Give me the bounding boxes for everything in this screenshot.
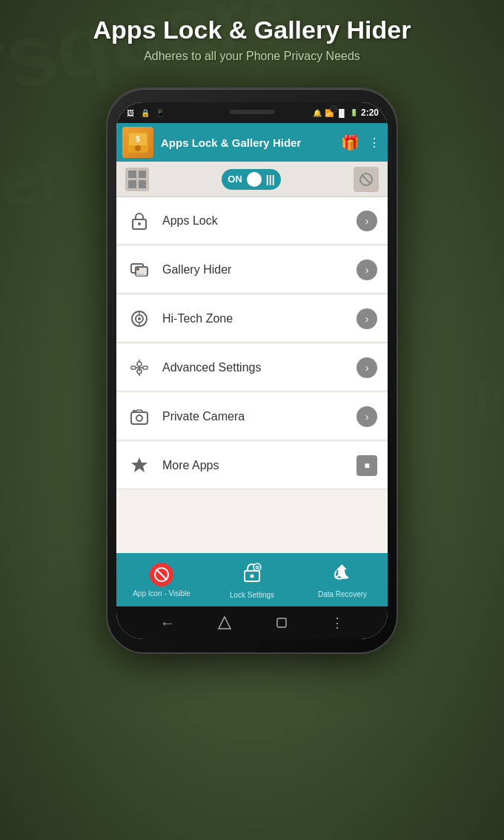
toggle-knob <box>247 172 262 187</box>
lock-settings-icon: ⚙ <box>241 561 263 588</box>
gallery-hider-chevron: › <box>357 259 377 280</box>
svg-rect-35 <box>277 618 286 627</box>
grid-cell-4 <box>139 180 147 188</box>
svg-point-10 <box>136 268 139 271</box>
grid-cell-1 <box>128 171 136 179</box>
home-button[interactable] <box>217 615 232 630</box>
phone-status-icon: 📱 <box>155 108 165 118</box>
svg-text:$: $ <box>136 135 140 143</box>
menu-item-more-apps[interactable]: More Apps ■ <box>116 442 388 489</box>
more-apps-chevron: ■ <box>357 455 377 476</box>
apps-lock-label: Apps Lock <box>162 214 357 228</box>
bottom-nav: App Icon - Visible ⚙ Lock Settings <box>116 553 388 606</box>
apps-lock-chevron: › <box>357 211 377 231</box>
advanced-settings-icon <box>127 355 152 380</box>
app-bar-actions: 🎁 ⋮ <box>341 133 382 151</box>
status-left-icons: 🖼 🔒 📱 <box>125 108 165 118</box>
recycle-icon <box>332 562 353 587</box>
recent-button[interactable] <box>275 616 288 629</box>
svg-point-19 <box>137 362 142 366</box>
signal-icon: ▐▌ <box>336 109 347 117</box>
no-entry-icon <box>150 563 173 586</box>
on-off-toggle[interactable]: ON ||| <box>222 169 280 190</box>
overflow-menu-icon[interactable]: ⋮ <box>368 136 382 150</box>
phone-device: 🖼 🔒 📱 🔔 📶 ▐▌ 🔋 2:20 <box>107 89 397 652</box>
hitech-zone-chevron: › <box>357 308 377 329</box>
gallery-hider-label: Gallery Hider <box>162 263 357 277</box>
app-bar-title: Apps Lock & Gallery Hider <box>161 136 341 149</box>
page-title: Apps Lock & Gallery Hider <box>0 15 504 45</box>
menu-item-private-camera[interactable]: Private Camera › <box>116 393 388 440</box>
gallery-hider-icon <box>127 257 152 282</box>
hitech-zone-label: Hi-Tech Zone <box>162 312 357 325</box>
toggle-bars: ||| <box>266 173 275 185</box>
menu-item-advanced-settings[interactable]: Advanced Settings › <box>116 344 388 391</box>
svg-rect-24 <box>131 412 147 424</box>
page-subtitle: Adheres to all your Phone Privacy Needs <box>0 50 504 63</box>
svg-point-31 <box>251 574 254 578</box>
svg-line-5 <box>362 175 371 184</box>
phone-screen: 🖼 🔒 📱 🔔 📶 ▐▌ 🔋 2:20 <box>116 102 388 639</box>
nav-item-lock-settings[interactable]: ⚙ Lock Settings <box>207 561 297 599</box>
svg-line-29 <box>156 569 167 580</box>
grid-cell-3 <box>128 180 136 188</box>
svg-rect-17 <box>143 366 147 369</box>
lock-status-icon: 🔒 <box>140 108 150 118</box>
battery-icon: 🔋 <box>350 109 358 116</box>
svg-marker-27 <box>131 457 147 472</box>
phone-shell: 🖼 🔒 📱 🔔 📶 ▐▌ 🔋 2:20 <box>107 89 397 652</box>
header-area: Apps Lock & Gallery Hider Adheres to all… <box>0 15 504 63</box>
phone-camera <box>330 105 337 113</box>
nav-data-recovery-label: Data Recovery <box>318 590 367 598</box>
notification-icon: 🔔 <box>313 109 322 117</box>
svg-point-2 <box>135 145 141 151</box>
hitech-zone-icon <box>127 306 152 331</box>
grid-view-icon[interactable] <box>125 168 149 191</box>
grid-cell-2 <box>139 171 147 179</box>
svg-point-13 <box>138 317 141 320</box>
apps-lock-icon <box>127 208 152 234</box>
nav-item-app-icon[interactable]: App Icon - Visible <box>116 563 207 598</box>
disable-icon[interactable] <box>354 167 379 192</box>
toggle-label: ON <box>228 173 242 185</box>
photo-icon: 🖼 <box>125 108 136 118</box>
svg-rect-26 <box>133 410 136 412</box>
svg-rect-16 <box>131 366 136 369</box>
svg-point-7 <box>138 222 141 225</box>
menu-list: Apps Lock › Gallery Hider › <box>116 197 388 553</box>
private-camera-icon <box>127 404 152 429</box>
svg-marker-34 <box>219 617 231 629</box>
advanced-settings-chevron: › <box>357 357 377 378</box>
private-camera-chevron: › <box>357 406 377 427</box>
advanced-settings-label: Advanced Settings <box>162 361 357 374</box>
svg-text:⚙: ⚙ <box>255 565 259 570</box>
private-camera-label: Private Camera <box>162 410 357 423</box>
menu-dots-button[interactable]: ⋮ <box>331 615 344 631</box>
status-right-icons: 🔔 📶 ▐▌ 🔋 2:20 <box>313 108 379 118</box>
gift-icon[interactable]: 🎁 <box>341 133 359 151</box>
more-apps-icon <box>127 453 152 478</box>
menu-item-hitech-zone[interactable]: Hi-Tech Zone › <box>116 295 388 343</box>
back-button[interactable]: ← <box>160 615 175 632</box>
app-icon: $ <box>122 127 153 158</box>
more-apps-label: More Apps <box>162 459 357 472</box>
app-bar: $ Apps Lock & Gallery Hider 🎁 ⋮ <box>116 123 388 162</box>
nav-app-icon-label: App Icon - Visible <box>133 589 190 598</box>
svg-point-25 <box>136 415 142 421</box>
toggle-row: ON ||| <box>116 162 388 197</box>
menu-item-apps-lock[interactable]: Apps Lock › <box>116 197 388 245</box>
nav-item-data-recovery[interactable]: Data Recovery <box>297 562 388 598</box>
time-display: 2:20 <box>361 108 379 118</box>
nav-lock-settings-label: Lock Settings <box>230 591 274 599</box>
phone-speaker <box>230 110 274 114</box>
menu-item-gallery-hider[interactable]: Gallery Hider › <box>116 246 388 294</box>
android-nav: ← ⋮ <box>116 606 388 639</box>
